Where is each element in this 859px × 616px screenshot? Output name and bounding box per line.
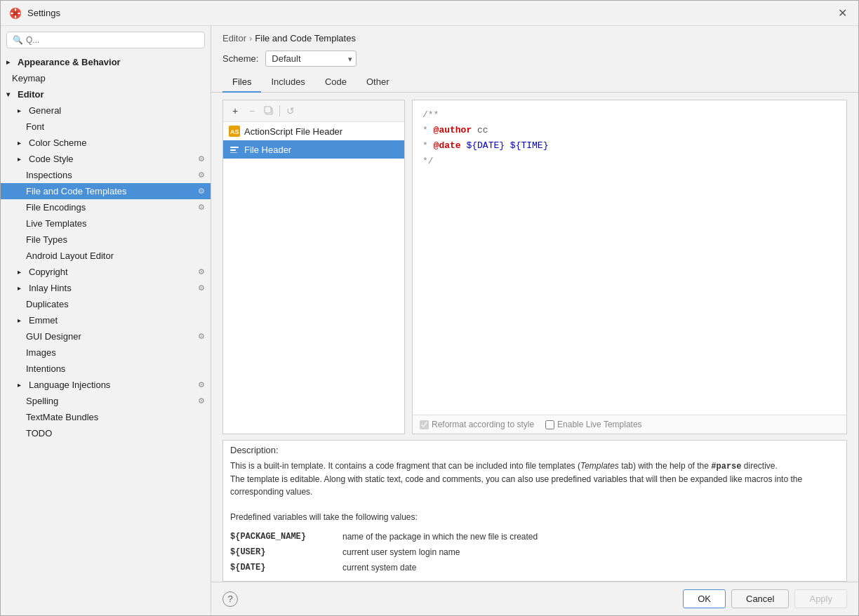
sidebar-item-label: Code Style bbox=[29, 154, 74, 164]
live-templates-checkbox[interactable] bbox=[545, 420, 554, 429]
sidebar-item-file-code-templates[interactable]: File and Code Templates ⚙ bbox=[1, 183, 211, 199]
sidebar-item-label: Font bbox=[26, 121, 44, 132]
svg-rect-7 bbox=[265, 107, 271, 113]
sidebar-item-android-layout[interactable]: Android Layout Editor bbox=[1, 248, 211, 264]
chevron-icon bbox=[18, 381, 26, 389]
gear-icon: ⚙ bbox=[198, 332, 205, 341]
desc-text-2: The template is editable. Along with sta… bbox=[230, 474, 802, 497]
sidebar-item-copyright[interactable]: Copyright ⚙ bbox=[1, 264, 211, 280]
tabs-row: Files Includes Code Other bbox=[211, 72, 858, 93]
gear-icon: ⚙ bbox=[198, 396, 205, 406]
chevron-icon bbox=[6, 91, 15, 98]
breadcrumb-parent: Editor bbox=[222, 33, 246, 43]
sidebar-item-keymap[interactable]: Keymap bbox=[1, 70, 211, 86]
sidebar-item-duplicates[interactable]: Duplicates bbox=[1, 296, 211, 312]
sidebar-item-inspections[interactable]: Inspections ⚙ bbox=[1, 167, 211, 183]
sidebar-item-intentions[interactable]: Intentions bbox=[1, 361, 211, 377]
tab-other[interactable]: Other bbox=[357, 72, 399, 93]
table-row: ${PACKAGE_NAME} name of the package in w… bbox=[230, 529, 839, 544]
sidebar-item-editor[interactable]: Editor bbox=[1, 86, 211, 102]
sidebar-item-label: File and Code Templates bbox=[26, 186, 127, 196]
chevron-icon bbox=[18, 107, 26, 114]
tab-files[interactable]: Files bbox=[222, 72, 261, 93]
sidebar-item-live-templates[interactable]: Live Templates bbox=[1, 215, 211, 232]
chevron-icon bbox=[18, 316, 26, 324]
copy-icon bbox=[264, 106, 274, 116]
sidebar-item-label: File Types bbox=[26, 234, 67, 245]
live-templates-checkbox-row[interactable]: Enable Live Templates bbox=[545, 420, 642, 429]
code-editor[interactable]: /** * @author cc * @date ${DATE} ${TIME}… bbox=[413, 100, 846, 415]
sidebar-item-todo[interactable]: TODO bbox=[1, 425, 211, 441]
as-icon: AS bbox=[229, 126, 240, 137]
template-item-label: File Header bbox=[244, 145, 291, 155]
sidebar-item-label: Android Layout Editor bbox=[26, 250, 114, 261]
sidebar-item-label: Editor bbox=[18, 89, 44, 100]
app-icon bbox=[9, 7, 22, 20]
remove-template-button[interactable]: − bbox=[244, 103, 260, 119]
title-bar: Settings ✕ bbox=[1, 1, 858, 26]
desc-text-3: Predefined variables will take the follo… bbox=[230, 512, 418, 522]
help-button[interactable]: ? bbox=[222, 591, 238, 607]
breadcrumb-separator: › bbox=[249, 33, 252, 43]
reformat-checkbox[interactable] bbox=[420, 420, 429, 429]
sidebar-item-spelling[interactable]: Spelling ⚙ bbox=[1, 393, 211, 409]
chevron-icon bbox=[18, 284, 26, 292]
code-line: /** bbox=[422, 107, 837, 123]
table-row: ${USER} current user system login name bbox=[230, 544, 839, 560]
sidebar-item-images[interactable]: Images bbox=[1, 344, 211, 361]
svg-rect-3 bbox=[15, 15, 16, 18]
sidebar-item-inlay-hints[interactable]: Inlay Hints ⚙ bbox=[1, 280, 211, 296]
sidebar-item-font[interactable]: Font bbox=[1, 119, 211, 135]
right-panel: Editor › File and Code Templates Scheme:… bbox=[211, 26, 858, 615]
copy-template-button[interactable] bbox=[261, 103, 277, 119]
ok-button[interactable]: OK bbox=[683, 589, 726, 608]
template-item-actionscript[interactable]: AS ActionScript File Header bbox=[223, 122, 404, 140]
sidebar-item-file-encodings[interactable]: File Encodings ⚙ bbox=[1, 199, 211, 215]
reset-template-button[interactable]: ↺ bbox=[283, 103, 298, 119]
code-line: * @author cc bbox=[422, 123, 837, 138]
sidebar-item-color-scheme[interactable]: Color Scheme bbox=[1, 135, 211, 151]
sidebar-item-code-style[interactable]: Code Style ⚙ bbox=[1, 151, 211, 167]
search-box[interactable]: 🔍 bbox=[6, 32, 205, 48]
sidebar-item-gui-designer[interactable]: GUI Designer ⚙ bbox=[1, 328, 211, 344]
sidebar-item-general[interactable]: General bbox=[1, 102, 211, 119]
tab-includes[interactable]: Includes bbox=[261, 72, 314, 93]
cancel-button[interactable]: Cancel bbox=[731, 589, 789, 608]
gear-icon: ⚙ bbox=[198, 203, 205, 212]
svg-rect-4 bbox=[11, 13, 13, 14]
sidebar-item-label: Images bbox=[26, 347, 56, 358]
sidebar-item-textmate-bundles[interactable]: TextMate Bundles bbox=[1, 409, 211, 425]
file-header-icon bbox=[229, 144, 240, 155]
template-toolbar: + − ↺ bbox=[223, 100, 404, 122]
sidebar-item-file-types[interactable]: File Types bbox=[1, 232, 211, 248]
search-input[interactable] bbox=[26, 35, 199, 45]
sidebar-item-label: GUI Designer bbox=[26, 331, 81, 342]
svg-rect-13 bbox=[230, 152, 237, 153]
template-item-file-header[interactable]: File Header bbox=[223, 140, 404, 159]
template-list-panel: + − ↺ bbox=[222, 100, 405, 434]
sidebar-item-label: Language Injections bbox=[29, 380, 110, 390]
chevron-icon bbox=[18, 268, 26, 276]
close-button[interactable]: ✕ bbox=[835, 6, 850, 20]
add-template-button[interactable]: + bbox=[227, 103, 243, 119]
chevron-icon bbox=[18, 139, 26, 147]
svg-rect-2 bbox=[15, 8, 16, 11]
scheme-select[interactable]: Default Project bbox=[265, 51, 357, 67]
gear-icon: ⚙ bbox=[198, 154, 205, 163]
sidebar-item-emmet[interactable]: Emmet bbox=[1, 312, 211, 328]
var-desc: current system date bbox=[342, 560, 839, 575]
sidebar-item-label: TextMate Bundles bbox=[26, 412, 98, 422]
chevron-icon bbox=[18, 155, 26, 163]
scheme-select-wrapper: Default Project bbox=[265, 51, 357, 67]
table-row: ${DATE} current system date bbox=[230, 560, 839, 575]
settings-dialog: Settings ✕ 🔍 Appearance & Behavior Keyma… bbox=[0, 0, 859, 616]
sidebar-item-language-injections[interactable]: Language Injections ⚙ bbox=[1, 377, 211, 393]
reformat-checkbox-row[interactable]: Reformat according to style bbox=[420, 420, 534, 429]
sidebar-item-appearance[interactable]: Appearance & Behavior bbox=[1, 54, 211, 70]
apply-button[interactable]: Apply bbox=[794, 589, 847, 608]
var-desc: current user system login name bbox=[342, 544, 839, 560]
dialog-title: Settings bbox=[27, 8, 60, 18]
editor-area: /** * @author cc * @date ${DATE} ${TIME}… bbox=[412, 100, 847, 434]
svg-text:AS: AS bbox=[230, 128, 239, 135]
tab-code[interactable]: Code bbox=[315, 72, 357, 93]
